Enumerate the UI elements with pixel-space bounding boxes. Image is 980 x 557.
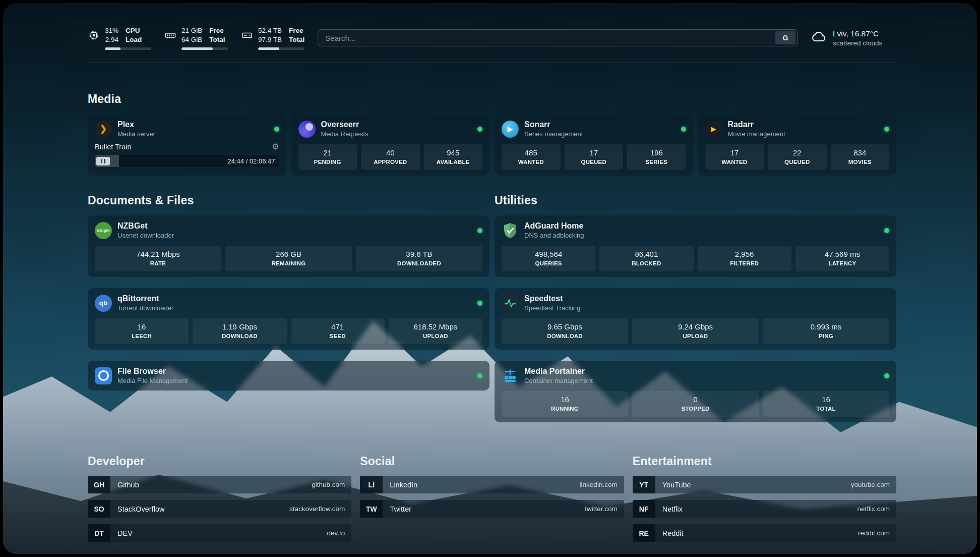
nzbget-icon: nzbget bbox=[95, 222, 112, 239]
bookmark-netflix[interactable]: NF Netflix netflix.com bbox=[633, 500, 896, 518]
stat-value: 498,564 bbox=[504, 249, 593, 259]
section-title-social: Social bbox=[360, 455, 624, 468]
disk-total-value: 97.9 TB bbox=[258, 35, 282, 44]
bookmark-abbr: LI bbox=[360, 476, 383, 493]
section-title-entertainment: Entertainment bbox=[633, 455, 896, 468]
pause-button[interactable] bbox=[96, 157, 110, 165]
disk-widget: 52.4 TB 97.9 TB Free Total bbox=[241, 26, 304, 50]
status-online-dot bbox=[477, 127, 482, 132]
bookmark-dev[interactable]: DT DEV dev.to bbox=[88, 524, 351, 542]
status-online-dot bbox=[274, 127, 279, 132]
adguard-icon bbox=[502, 222, 519, 239]
section-title-utilities: Utilities bbox=[495, 194, 896, 207]
stat-value: 9.24 Gbps bbox=[634, 322, 757, 332]
search-engine-button[interactable]: G bbox=[775, 31, 795, 44]
stat-label: STOPPED bbox=[634, 405, 757, 413]
app-card-sonarr[interactable]: ▶ Sonarr Series management 485 WANTED 17… bbox=[495, 114, 693, 176]
cpu-percent: 31% bbox=[105, 26, 118, 35]
app-subtitle: Speedtest Tracking bbox=[524, 304, 580, 312]
status-online-dot bbox=[477, 373, 482, 378]
stat-box: 498,564 QUERIES bbox=[502, 246, 595, 271]
section-title-media: Media bbox=[88, 92, 896, 106]
now-playing-title: Bullet Train bbox=[95, 143, 132, 151]
stat-box: 0 STOPPED bbox=[632, 391, 759, 417]
app-subtitle: Torrent downloader bbox=[117, 304, 173, 312]
ram-icon bbox=[164, 29, 176, 41]
bookmark-linkedin[interactable]: LI LinkedIn linkedin.com bbox=[360, 476, 624, 493]
app-subtitle: Movie management bbox=[728, 130, 785, 138]
stat-value: 9.65 Gbps bbox=[504, 322, 626, 332]
stat-label: QUERIES bbox=[504, 259, 593, 267]
stat-label: RATE bbox=[97, 259, 219, 267]
cpu-icon bbox=[88, 29, 100, 41]
bookmark-name: StackOverflow bbox=[117, 505, 164, 513]
overseerr-icon bbox=[298, 121, 316, 138]
stat-box: 40 APPROVED bbox=[361, 144, 420, 170]
app-name: Sonarr bbox=[524, 120, 583, 130]
bookmark-abbr: TW bbox=[360, 500, 383, 518]
bookmark-abbr: RE bbox=[633, 524, 655, 542]
stat-value: 196 bbox=[629, 148, 684, 158]
app-name: AdGuard Home bbox=[524, 221, 584, 231]
qbittorrent-icon: qb bbox=[95, 295, 112, 312]
weather-location-temp: Lviv, 16.87°C bbox=[833, 29, 882, 39]
memory-total-value: 64 GiB bbox=[181, 35, 202, 44]
dashboard-screen: 31% 2.94 CPU Load bbox=[3, 3, 977, 554]
stat-box: 17 WANTED bbox=[705, 144, 764, 170]
stat-value: 16 bbox=[97, 322, 187, 332]
stat-value: 0.993 ms bbox=[765, 322, 887, 332]
status-online-dot bbox=[884, 228, 889, 233]
app-card-qbittorrent[interactable]: qb qBittorrent Torrent downloader 16 LEE… bbox=[88, 288, 489, 350]
gear-icon[interactable]: ⚙ bbox=[272, 143, 279, 151]
app-card-portainer[interactable]: Media Portainer Container management 16 … bbox=[495, 361, 896, 422]
app-card-speedtest[interactable]: Speedtest Speedtest Tracking 9.65 Gbps D… bbox=[495, 288, 896, 350]
radarr-icon: ▶ bbox=[705, 121, 722, 138]
app-card-radarr[interactable]: ▶ Radarr Movie management 17 WANTED 22 Q… bbox=[698, 114, 897, 176]
memory-free-label: Free bbox=[209, 26, 225, 35]
developer-column: Developer GH Github github.com SO StackO… bbox=[88, 455, 351, 548]
stat-label: MOVIES bbox=[833, 158, 888, 166]
stat-label: WANTED bbox=[504, 158, 559, 166]
app-subtitle: Media File Management bbox=[117, 376, 188, 385]
section-title-documents: Documents & Files bbox=[88, 194, 489, 207]
bookmark-reddit[interactable]: RE Reddit reddit.com bbox=[633, 524, 896, 542]
search-input[interactable] bbox=[318, 29, 798, 46]
status-online-dot bbox=[477, 228, 482, 233]
bookmark-url: stackoverflow.com bbox=[289, 505, 345, 513]
stat-box: 266 GB REMAINING bbox=[225, 246, 352, 271]
bookmark-abbr: GH bbox=[88, 476, 110, 493]
cloud-icon bbox=[811, 29, 827, 47]
stat-label: SEED bbox=[293, 332, 383, 340]
app-card-overseerr[interactable]: Overseerr Media Requests 21 PENDING 40 A… bbox=[291, 114, 490, 176]
stat-box: 1.19 Gbps DOWNLOAD bbox=[193, 318, 286, 344]
utilities-column: Utilities AdGuard Home DNS and bbox=[495, 194, 896, 422]
stat-label: PENDING bbox=[300, 158, 355, 166]
bookmark-youtube[interactable]: YT YouTube youtube.com bbox=[633, 476, 896, 493]
bookmark-twitter[interactable]: TW Twitter twitter.com bbox=[360, 500, 624, 518]
stat-label: TOTAL bbox=[765, 405, 887, 413]
cpu-progress-bar bbox=[105, 47, 151, 50]
bookmark-abbr: DT bbox=[88, 524, 110, 542]
sonarr-icon: ▶ bbox=[502, 121, 519, 138]
memory-progress-bar bbox=[181, 47, 228, 50]
app-card-nzbget[interactable]: nzbget NZBGet Usenet downloader 744.21 M… bbox=[88, 215, 489, 277]
stat-box: 16 LEECH bbox=[95, 318, 189, 344]
app-card-filebrowser[interactable]: File Browser Media File Management bbox=[88, 361, 489, 391]
cpu-load-value: 2.94 bbox=[105, 35, 118, 44]
bookmark-name: DEV bbox=[117, 529, 133, 537]
memory-total-label: Total bbox=[209, 35, 225, 44]
stat-box: 17 QUEUED bbox=[565, 144, 624, 170]
disk-progress-bar bbox=[258, 47, 304, 50]
stat-label: AVAILABLE bbox=[426, 158, 481, 166]
desktop: { "topbar": { "cpu": { "line1": "31%", "… bbox=[0, 0, 980, 557]
app-card-plex[interactable]: ❯ Plex Media server Bullet Train ⚙ 24:44… bbox=[88, 114, 286, 176]
stat-box: 9.24 Gbps UPLOAD bbox=[632, 318, 759, 344]
stat-box: 618.52 Mbps UPLOAD bbox=[389, 318, 482, 344]
plex-player-bar[interactable]: 24:44 / 02:06:47 bbox=[95, 155, 279, 167]
stat-value: 744.21 Mbps bbox=[97, 249, 219, 259]
bookmark-github[interactable]: GH Github github.com bbox=[88, 476, 351, 493]
stat-value: 22 bbox=[770, 148, 825, 158]
documents-column: Documents & Files nzbget NZBGet Usenet d… bbox=[88, 194, 489, 422]
bookmark-stackoverflow[interactable]: SO StackOverflow stackoverflow.com bbox=[88, 500, 351, 518]
app-card-adguard[interactable]: AdGuard Home DNS and adblocking 498,564 … bbox=[495, 215, 896, 277]
